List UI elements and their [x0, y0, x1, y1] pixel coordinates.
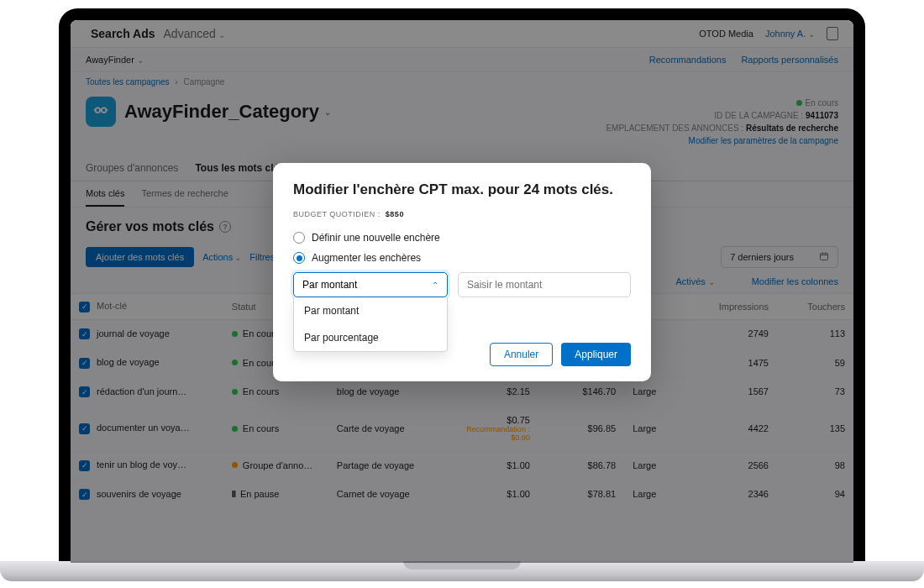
increase-mode-dropdown: Par montant Par pourcentage: [293, 297, 448, 352]
cancel-button[interactable]: Annuler: [490, 343, 553, 366]
radio-on-icon: [293, 252, 305, 264]
increase-mode-select[interactable]: Par montant ⌃: [293, 272, 448, 297]
laptop-base: [0, 561, 924, 581]
screen: Search Ads Advanced OTOD Media Johnny A.…: [71, 20, 853, 563]
radio-define-label: Définir une nouvelle enchère: [312, 232, 440, 244]
budget-value: $850: [386, 210, 404, 218]
budget-label: BUDGET QUOTIDIEN :: [293, 210, 381, 218]
radio-increase-label: Augmenter les enchères: [312, 252, 421, 264]
chevron-up-icon: ⌃: [432, 281, 438, 290]
option-by-percentage[interactable]: Par pourcentage: [294, 324, 447, 351]
radio-define-new-bid[interactable]: Définir une nouvelle enchère: [293, 232, 631, 244]
select-value: Par montant: [302, 279, 357, 291]
laptop-frame: Search Ads Advanced OTOD Media Johnny A.…: [59, 8, 865, 563]
apply-button[interactable]: Appliquer: [561, 343, 631, 366]
modal-title: Modifier l'enchère CPT max. pour 24 mots…: [293, 181, 631, 198]
radio-off-icon: [293, 232, 305, 244]
radio-increase-bids[interactable]: Augmenter les enchères: [293, 252, 631, 264]
amount-input[interactable]: [458, 272, 631, 297]
option-by-amount[interactable]: Par montant: [294, 297, 447, 324]
edit-bid-modal: Modifier l'enchère CPT max. pour 24 mots…: [273, 163, 651, 381]
